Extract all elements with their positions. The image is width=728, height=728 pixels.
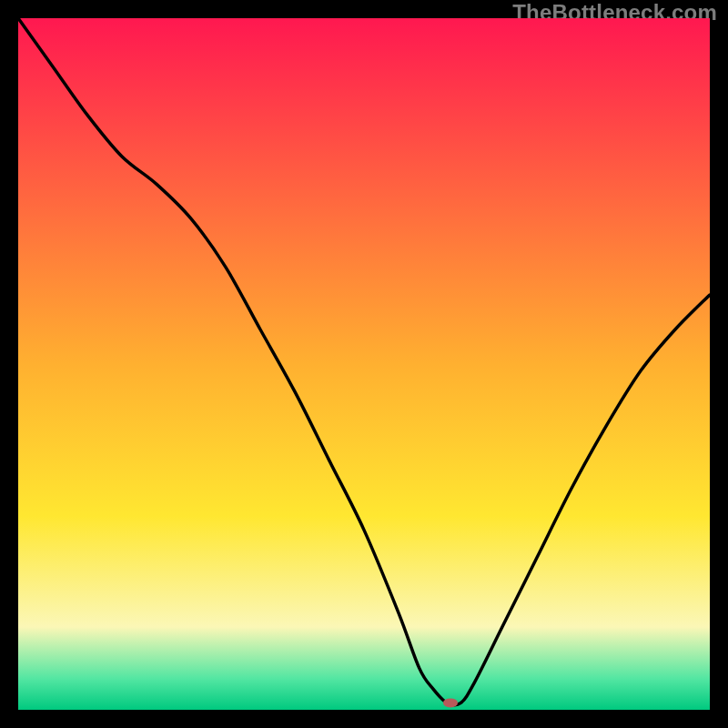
minimum-marker xyxy=(443,698,458,707)
chart-stage: TheBottleneck.com xyxy=(0,0,728,728)
bottleneck-chart xyxy=(18,18,710,710)
background-gradient xyxy=(18,18,710,710)
